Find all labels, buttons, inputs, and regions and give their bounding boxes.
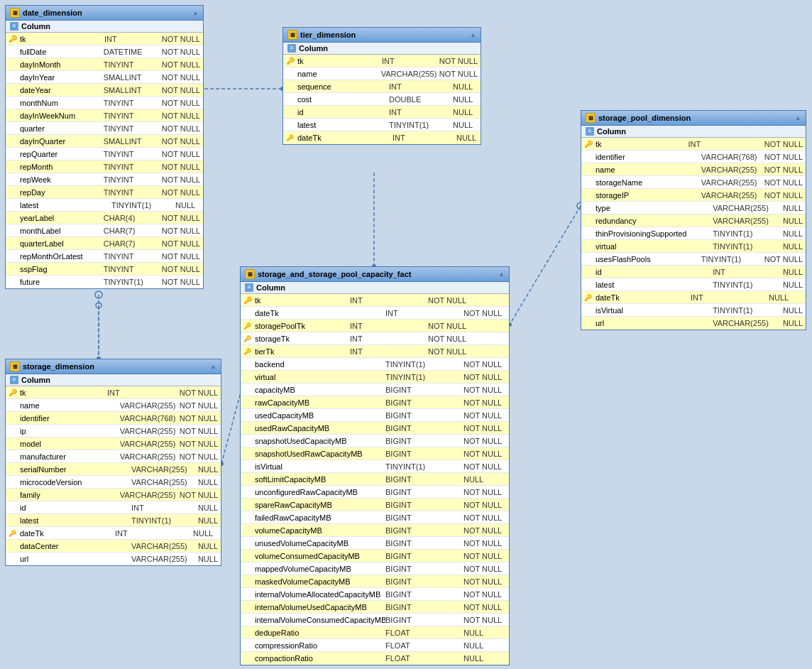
- table-row[interactable]: compressionRatio FLOAT NULL: [241, 639, 509, 652]
- table-row[interactable]: failedRawCapacityMB BIGINT NOT NULL: [241, 511, 509, 524]
- table-row[interactable]: dateYear SMALLINT NOT NULL: [6, 84, 203, 97]
- table-row[interactable]: url VARCHAR(255) NULL: [6, 553, 221, 565]
- table-row[interactable]: family VARCHAR(255) NOT NULL: [6, 489, 221, 501]
- table-row[interactable]: usedCapacityMB BIGINT NOT NULL: [241, 409, 509, 422]
- table-row[interactable]: dedupeRatio FLOAT NULL: [241, 626, 509, 639]
- table-row[interactable]: 🔑dateTk INT NULL: [6, 527, 221, 540]
- table-row[interactable]: url VARCHAR(255) NULL: [581, 317, 806, 330]
- table-row[interactable]: storageIP VARCHAR(255) NOT NULL: [581, 189, 806, 202]
- table-row[interactable]: usedRawCapacityMB BIGINT NOT NULL: [241, 422, 509, 435]
- table-row[interactable]: 🔑tk INT NOT NULL: [581, 138, 806, 151]
- resize-icon-date_dimension[interactable]: ▲: [192, 9, 199, 16]
- table-row[interactable]: repMonth TINYINT NOT NULL: [6, 161, 203, 173]
- table-row[interactable]: 🔑tk INT NOT NULL: [241, 294, 509, 307]
- table-row[interactable]: 🔑tk INT NOT NULL: [6, 33, 203, 45]
- table-row[interactable]: repQuarter TINYINT NOT NULL: [6, 148, 203, 161]
- table-row[interactable]: microcodeVersion VARCHAR(255) NULL: [6, 476, 221, 489]
- col-field-null: NOT NULL: [463, 565, 502, 573]
- table-row[interactable]: thinProvisioningSupported TINYINT(1) NUL…: [581, 227, 806, 240]
- table-row[interactable]: future TINYINT(1) NOT NULL: [6, 276, 203, 288]
- table-row[interactable]: dateTk INT NOT NULL: [241, 307, 509, 320]
- pk-icon: 🔑: [9, 388, 18, 396]
- table-row[interactable]: id INT NULL: [283, 106, 481, 119]
- table-row[interactable]: monthNum TINYINT NOT NULL: [6, 97, 203, 109]
- table-row[interactable]: usesFlashPools TINYINT(1) NOT NULL: [581, 253, 806, 266]
- col-field-type: FLOAT: [385, 654, 463, 663]
- table-header-tier_dimension[interactable]: ⊞ tier_dimension ▲: [283, 28, 481, 43]
- table-row[interactable]: 🔑tk INT NOT NULL: [6, 386, 221, 399]
- table-row[interactable]: dayInYear SMALLINT NOT NULL: [6, 71, 203, 84]
- table-row[interactable]: id INT NULL: [581, 266, 806, 278]
- table-row[interactable]: type VARCHAR(255) NULL: [581, 202, 806, 214]
- table-row[interactable]: mappedVolumeCapacityMB BIGINT NOT NULL: [241, 562, 509, 575]
- table-row[interactable]: latest TINYINT(1) NULL: [581, 278, 806, 291]
- table-row[interactable]: backend TINYINT(1) NOT NULL: [241, 358, 509, 371]
- table-row[interactable]: virtual TINYINT(1) NULL: [581, 240, 806, 253]
- table-row[interactable]: ip VARCHAR(255) NOT NULL: [6, 425, 221, 437]
- col-field-type: TINYINT(1): [713, 281, 783, 289]
- table-row[interactable]: 🔑dateTk INT NULL: [283, 131, 481, 144]
- table-row[interactable]: model VARCHAR(255) NOT NULL: [6, 437, 221, 450]
- table-row[interactable]: quarter TINYINT NOT NULL: [6, 122, 203, 135]
- table-row[interactable]: dayInWeekNum TINYINT NOT NULL: [6, 109, 203, 122]
- table-row[interactable]: volumeConsumedCapacityMB BIGINT NOT NULL: [241, 550, 509, 562]
- table-row[interactable]: softLimitCapacityMB BIGINT NULL: [241, 473, 509, 486]
- table-header-storage_and_storage_pool_capacity_fact[interactable]: ⊞ storage_and_storage_pool_capacity_fact…: [241, 267, 509, 282]
- table-row[interactable]: latest TINYINT(1) NULL: [283, 119, 481, 131]
- table-row[interactable]: dayInQuarter SMALLINT NOT NULL: [6, 135, 203, 148]
- table-row[interactable]: serialNumber VARCHAR(255) NULL: [6, 463, 221, 476]
- table-row[interactable]: name VARCHAR(255) NOT NULL: [6, 399, 221, 412]
- table-row[interactable]: spareRawCapacityMB BIGINT NOT NULL: [241, 499, 509, 511]
- table-row[interactable]: isVirtual TINYINT(1) NOT NULL: [241, 460, 509, 473]
- table-row[interactable]: latest TINYINT(1) NULL: [6, 199, 203, 212]
- table-row[interactable]: dayInMonth TINYINT NOT NULL: [6, 58, 203, 71]
- table-row[interactable]: dataCenter VARCHAR(255) NULL: [6, 540, 221, 553]
- table-row[interactable]: name VARCHAR(255) NOT NULL: [283, 67, 481, 80]
- table-row[interactable]: virtual TINYINT(1) NOT NULL: [241, 371, 509, 384]
- table-row[interactable]: rawCapacityMB BIGINT NOT NULL: [241, 396, 509, 409]
- resize-icon-tier_dimension[interactable]: ▲: [470, 31, 476, 38]
- table-row[interactable]: repWeek TINYINT NOT NULL: [6, 173, 203, 186]
- table-row[interactable]: capacityMB BIGINT NOT NULL: [241, 384, 509, 396]
- table-row[interactable]: quarterLabel CHAR(7) NOT NULL: [6, 237, 203, 250]
- table-row[interactable]: snapshotUsedCapacityMB BIGINT NOT NULL: [241, 435, 509, 447]
- table-row[interactable]: manufacturer VARCHAR(255) NOT NULL: [6, 450, 221, 463]
- col-field-name: unconfiguredRawCapacityMB: [243, 488, 385, 496]
- table-row[interactable]: 🔑tk INT NOT NULL: [283, 55, 481, 67]
- table-row[interactable]: redundancy VARCHAR(255) NULL: [581, 214, 806, 227]
- table-header-storage_dimension[interactable]: ⊞ storage_dimension ▲: [6, 359, 221, 374]
- table-row[interactable]: latest TINYINT(1) NULL: [6, 514, 221, 527]
- table-row[interactable]: unusedVolumeCapacityMB BIGINT NOT NULL: [241, 537, 509, 550]
- table-row[interactable]: 🔑storagePoolTk INT NOT NULL: [241, 320, 509, 332]
- table-row[interactable]: internalVolumeConsumedCapacityMB BIGINT …: [241, 614, 509, 626]
- table-row[interactable]: snapshotUsedRawCapacityMB BIGINT NOT NUL…: [241, 447, 509, 460]
- table-row[interactable]: maskedVolumeCapacityMB BIGINT NOT NULL: [241, 575, 509, 588]
- table-row[interactable]: internalVolumeAllocatedCapacityMB BIGINT…: [241, 588, 509, 601]
- table-row[interactable]: cost DOUBLE NULL: [283, 93, 481, 106]
- table-row[interactable]: fullDate DATETIME NOT NULL: [6, 45, 203, 58]
- resize-icon-storage_and_storage_pool_capacity_fact[interactable]: ▲: [498, 271, 505, 278]
- table-row[interactable]: monthLabel CHAR(7) NOT NULL: [6, 224, 203, 237]
- table-row[interactable]: name VARCHAR(255) NOT NULL: [581, 163, 806, 176]
- table-row[interactable]: sspFlag TINYINT NOT NULL: [6, 263, 203, 276]
- table-row[interactable]: yearLabel CHAR(4) NOT NULL: [6, 212, 203, 224]
- table-row[interactable]: compactionRatio FLOAT NULL: [241, 652, 509, 665]
- table-row[interactable]: storageName VARCHAR(255) NOT NULL: [581, 176, 806, 189]
- table-row[interactable]: identifier VARCHAR(768) NOT NULL: [581, 151, 806, 163]
- table-row[interactable]: sequence INT NULL: [283, 80, 481, 93]
- table-row[interactable]: repDay TINYINT NOT NULL: [6, 186, 203, 199]
- table-row[interactable]: volumeCapacityMB BIGINT NOT NULL: [241, 524, 509, 537]
- table-row[interactable]: repMonthOrLatest TINYINT NOT NULL: [6, 250, 203, 263]
- table-row[interactable]: id INT NULL: [6, 501, 221, 514]
- table-row[interactable]: 🔑dateTk INT NULL: [581, 291, 806, 304]
- table-row[interactable]: identifier VARCHAR(768) NOT NULL: [6, 412, 221, 425]
- table-row[interactable]: 🔑tierTk INT NOT NULL: [241, 345, 509, 358]
- resize-icon-storage_pool_dimension[interactable]: ▲: [795, 114, 801, 121]
- resize-icon-storage_dimension[interactable]: ▲: [210, 363, 216, 370]
- table-header-date_dimension[interactable]: ⊞ date_dimension ▲: [6, 6, 203, 21]
- table-header-storage_pool_dimension[interactable]: ⊞ storage_pool_dimension ▲: [581, 111, 806, 126]
- table-row[interactable]: 🔑storageTk INT NOT NULL: [241, 332, 509, 345]
- table-row[interactable]: unconfiguredRawCapacityMB BIGINT NOT NUL…: [241, 486, 509, 499]
- table-row[interactable]: isVirtual TINYINT(1) NULL: [581, 304, 806, 317]
- table-row[interactable]: internalVolumeUsedCapacityMB BIGINT NOT …: [241, 601, 509, 614]
